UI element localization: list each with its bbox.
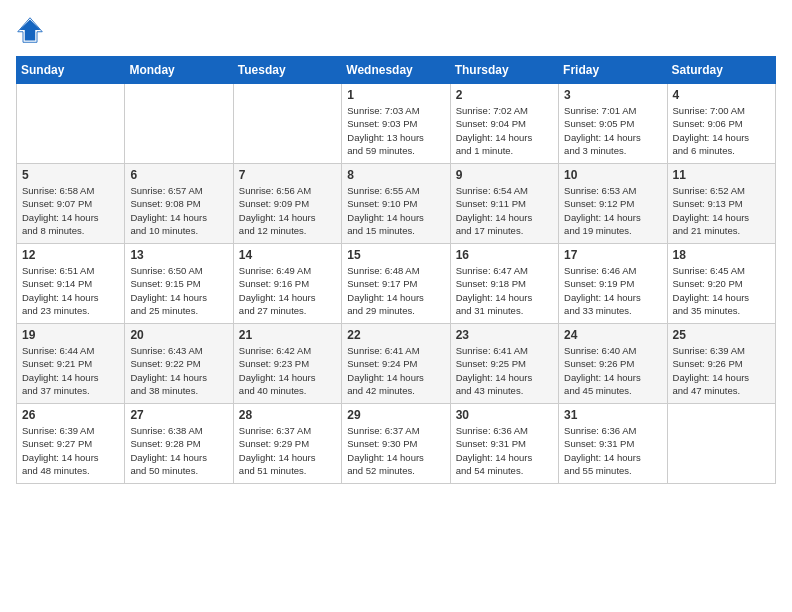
calendar-cell (667, 404, 775, 484)
calendar-cell: 29Sunrise: 6:37 AM Sunset: 9:30 PM Dayli… (342, 404, 450, 484)
weekday-header-wednesday: Wednesday (342, 57, 450, 84)
day-detail: Sunrise: 7:01 AM Sunset: 9:05 PM Dayligh… (564, 104, 661, 157)
day-number: 28 (239, 408, 336, 422)
calendar-cell: 20Sunrise: 6:43 AM Sunset: 9:22 PM Dayli… (125, 324, 233, 404)
weekday-header-tuesday: Tuesday (233, 57, 341, 84)
day-number: 11 (673, 168, 770, 182)
day-detail: Sunrise: 6:54 AM Sunset: 9:11 PM Dayligh… (456, 184, 553, 237)
day-number: 19 (22, 328, 119, 342)
weekday-header-saturday: Saturday (667, 57, 775, 84)
weekday-header-monday: Monday (125, 57, 233, 84)
day-number: 26 (22, 408, 119, 422)
day-number: 9 (456, 168, 553, 182)
day-detail: Sunrise: 6:37 AM Sunset: 9:30 PM Dayligh… (347, 424, 444, 477)
calendar-cell: 8Sunrise: 6:55 AM Sunset: 9:10 PM Daylig… (342, 164, 450, 244)
day-number: 17 (564, 248, 661, 262)
day-number: 18 (673, 248, 770, 262)
day-number: 13 (130, 248, 227, 262)
day-number: 10 (564, 168, 661, 182)
day-detail: Sunrise: 6:47 AM Sunset: 9:18 PM Dayligh… (456, 264, 553, 317)
day-detail: Sunrise: 6:46 AM Sunset: 9:19 PM Dayligh… (564, 264, 661, 317)
calendar-cell: 11Sunrise: 6:52 AM Sunset: 9:13 PM Dayli… (667, 164, 775, 244)
day-number: 25 (673, 328, 770, 342)
calendar-cell (125, 84, 233, 164)
logo (16, 16, 46, 44)
weekday-header-thursday: Thursday (450, 57, 558, 84)
day-number: 4 (673, 88, 770, 102)
weekday-header-sunday: Sunday (17, 57, 125, 84)
calendar-week-3: 12Sunrise: 6:51 AM Sunset: 9:14 PM Dayli… (17, 244, 776, 324)
calendar-cell: 7Sunrise: 6:56 AM Sunset: 9:09 PM Daylig… (233, 164, 341, 244)
day-detail: Sunrise: 7:02 AM Sunset: 9:04 PM Dayligh… (456, 104, 553, 157)
calendar-cell: 19Sunrise: 6:44 AM Sunset: 9:21 PM Dayli… (17, 324, 125, 404)
day-number: 12 (22, 248, 119, 262)
day-detail: Sunrise: 6:58 AM Sunset: 9:07 PM Dayligh… (22, 184, 119, 237)
calendar-cell: 17Sunrise: 6:46 AM Sunset: 9:19 PM Dayli… (559, 244, 667, 324)
day-detail: Sunrise: 6:40 AM Sunset: 9:26 PM Dayligh… (564, 344, 661, 397)
calendar-cell: 1Sunrise: 7:03 AM Sunset: 9:03 PM Daylig… (342, 84, 450, 164)
day-detail: Sunrise: 6:43 AM Sunset: 9:22 PM Dayligh… (130, 344, 227, 397)
day-detail: Sunrise: 6:57 AM Sunset: 9:08 PM Dayligh… (130, 184, 227, 237)
calendar-cell: 12Sunrise: 6:51 AM Sunset: 9:14 PM Dayli… (17, 244, 125, 324)
calendar-week-1: 1Sunrise: 7:03 AM Sunset: 9:03 PM Daylig… (17, 84, 776, 164)
day-number: 29 (347, 408, 444, 422)
calendar-cell: 14Sunrise: 6:49 AM Sunset: 9:16 PM Dayli… (233, 244, 341, 324)
calendar-cell (233, 84, 341, 164)
calendar-table: SundayMondayTuesdayWednesdayThursdayFrid… (16, 56, 776, 484)
calendar-cell: 28Sunrise: 6:37 AM Sunset: 9:29 PM Dayli… (233, 404, 341, 484)
day-detail: Sunrise: 6:39 AM Sunset: 9:26 PM Dayligh… (673, 344, 770, 397)
day-number: 7 (239, 168, 336, 182)
day-detail: Sunrise: 6:45 AM Sunset: 9:20 PM Dayligh… (673, 264, 770, 317)
calendar-cell (17, 84, 125, 164)
day-number: 20 (130, 328, 227, 342)
calendar-cell: 23Sunrise: 6:41 AM Sunset: 9:25 PM Dayli… (450, 324, 558, 404)
calendar-cell: 22Sunrise: 6:41 AM Sunset: 9:24 PM Dayli… (342, 324, 450, 404)
day-detail: Sunrise: 7:03 AM Sunset: 9:03 PM Dayligh… (347, 104, 444, 157)
day-detail: Sunrise: 6:52 AM Sunset: 9:13 PM Dayligh… (673, 184, 770, 237)
logo-icon (16, 16, 44, 44)
day-number: 23 (456, 328, 553, 342)
day-number: 2 (456, 88, 553, 102)
day-detail: Sunrise: 6:53 AM Sunset: 9:12 PM Dayligh… (564, 184, 661, 237)
calendar-cell: 26Sunrise: 6:39 AM Sunset: 9:27 PM Dayli… (17, 404, 125, 484)
day-detail: Sunrise: 6:44 AM Sunset: 9:21 PM Dayligh… (22, 344, 119, 397)
calendar-cell: 4Sunrise: 7:00 AM Sunset: 9:06 PM Daylig… (667, 84, 775, 164)
day-detail: Sunrise: 6:48 AM Sunset: 9:17 PM Dayligh… (347, 264, 444, 317)
weekday-header-friday: Friday (559, 57, 667, 84)
day-detail: Sunrise: 6:41 AM Sunset: 9:25 PM Dayligh… (456, 344, 553, 397)
day-number: 24 (564, 328, 661, 342)
calendar-cell: 15Sunrise: 6:48 AM Sunset: 9:17 PM Dayli… (342, 244, 450, 324)
calendar-week-2: 5Sunrise: 6:58 AM Sunset: 9:07 PM Daylig… (17, 164, 776, 244)
day-number: 30 (456, 408, 553, 422)
calendar-cell: 21Sunrise: 6:42 AM Sunset: 9:23 PM Dayli… (233, 324, 341, 404)
calendar-cell: 31Sunrise: 6:36 AM Sunset: 9:31 PM Dayli… (559, 404, 667, 484)
day-number: 5 (22, 168, 119, 182)
day-detail: Sunrise: 6:38 AM Sunset: 9:28 PM Dayligh… (130, 424, 227, 477)
day-number: 22 (347, 328, 444, 342)
day-number: 16 (456, 248, 553, 262)
calendar-cell: 30Sunrise: 6:36 AM Sunset: 9:31 PM Dayli… (450, 404, 558, 484)
day-detail: Sunrise: 6:39 AM Sunset: 9:27 PM Dayligh… (22, 424, 119, 477)
calendar-cell: 6Sunrise: 6:57 AM Sunset: 9:08 PM Daylig… (125, 164, 233, 244)
day-detail: Sunrise: 6:51 AM Sunset: 9:14 PM Dayligh… (22, 264, 119, 317)
day-number: 21 (239, 328, 336, 342)
day-detail: Sunrise: 6:36 AM Sunset: 9:31 PM Dayligh… (564, 424, 661, 477)
day-number: 6 (130, 168, 227, 182)
day-detail: Sunrise: 6:36 AM Sunset: 9:31 PM Dayligh… (456, 424, 553, 477)
calendar-week-4: 19Sunrise: 6:44 AM Sunset: 9:21 PM Dayli… (17, 324, 776, 404)
day-detail: Sunrise: 7:00 AM Sunset: 9:06 PM Dayligh… (673, 104, 770, 157)
calendar-cell: 3Sunrise: 7:01 AM Sunset: 9:05 PM Daylig… (559, 84, 667, 164)
calendar-cell: 13Sunrise: 6:50 AM Sunset: 9:15 PM Dayli… (125, 244, 233, 324)
day-number: 1 (347, 88, 444, 102)
calendar-cell: 5Sunrise: 6:58 AM Sunset: 9:07 PM Daylig… (17, 164, 125, 244)
day-number: 14 (239, 248, 336, 262)
day-detail: Sunrise: 6:37 AM Sunset: 9:29 PM Dayligh… (239, 424, 336, 477)
calendar-cell: 9Sunrise: 6:54 AM Sunset: 9:11 PM Daylig… (450, 164, 558, 244)
day-number: 3 (564, 88, 661, 102)
day-number: 27 (130, 408, 227, 422)
day-detail: Sunrise: 6:56 AM Sunset: 9:09 PM Dayligh… (239, 184, 336, 237)
day-detail: Sunrise: 6:55 AM Sunset: 9:10 PM Dayligh… (347, 184, 444, 237)
calendar-cell: 25Sunrise: 6:39 AM Sunset: 9:26 PM Dayli… (667, 324, 775, 404)
page-header (16, 16, 776, 44)
day-detail: Sunrise: 6:42 AM Sunset: 9:23 PM Dayligh… (239, 344, 336, 397)
